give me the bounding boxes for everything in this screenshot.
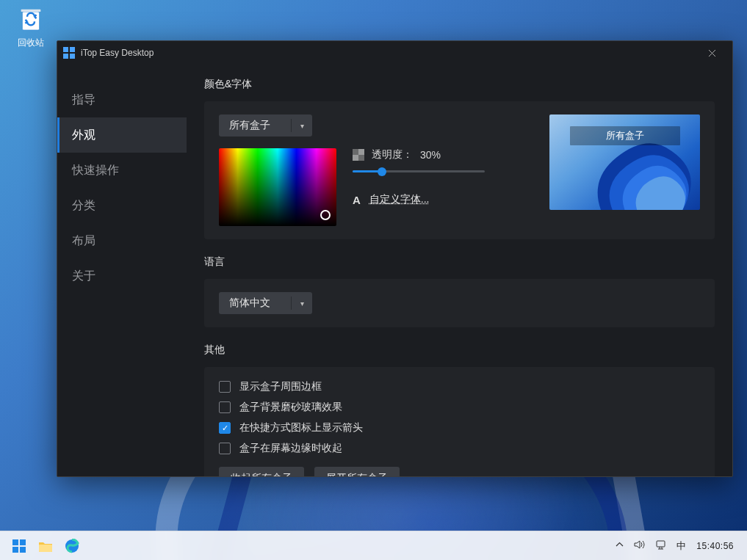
svg-rect-0 — [22, 12, 39, 30]
tray-network-icon[interactable] — [655, 539, 666, 552]
opacity-label: 透明度： — [372, 148, 413, 161]
start-button[interactable] — [6, 533, 32, 559]
sidebar: 指导 外观 快速操作 分类 布局 关于 — [57, 65, 187, 476]
sidebar-item-label: 布局 — [72, 233, 95, 249]
opacity-slider[interactable] — [353, 170, 485, 172]
recycle-bin-label: 回收站 — [18, 37, 44, 48]
taskbar: 中 15:40:56 — [0, 531, 747, 560]
panel-language: 简体中文 ▾ — [204, 279, 715, 327]
language-select[interactable]: 简体中文 ▾ — [219, 292, 312, 314]
window-title: iTop Easy Desktop — [81, 48, 697, 58]
chevron-down-icon: ▾ — [292, 114, 312, 137]
panel-color-font: 所有盒子 ▾ 透明度： 30% — [204, 101, 715, 239]
font-icon: A — [353, 194, 361, 206]
app-icon — [63, 47, 75, 59]
sidebar-item-label: 外观 — [72, 128, 95, 143]
tray-ime-indicator[interactable]: 中 — [676, 539, 686, 553]
sidebar-item-label: 快速操作 — [72, 163, 119, 178]
language-select-label: 简体中文 — [219, 297, 292, 310]
checkbox-icon — [219, 381, 231, 393]
checkbox-label: 显示盒子周围边框 — [239, 380, 322, 393]
section-title-color-font: 颜色&字体 — [204, 78, 715, 91]
sidebar-item-guide[interactable]: 指导 — [57, 82, 187, 117]
preview-box: 所有盒子 — [549, 114, 700, 210]
checkbox-shortcut-arrow[interactable]: 在快捷方式图标上显示箭头 — [219, 421, 700, 434]
checkbox-frosted-glass[interactable]: 盒子背景磨砂玻璃效果 — [219, 401, 700, 414]
sidebar-item-layout[interactable]: 布局 — [57, 223, 187, 258]
taskbar-explorer-icon[interactable] — [32, 533, 59, 559]
svg-rect-16 — [657, 541, 665, 547]
checkbox-edge-collapse[interactable]: 盒子在屏幕边缘时收起 — [219, 442, 700, 455]
svg-rect-13 — [20, 547, 26, 553]
preview-overlay-label: 所有盒子 — [570, 126, 680, 145]
checkbox-icon — [219, 401, 231, 413]
svg-rect-14 — [39, 545, 52, 552]
sidebar-item-label: 指导 — [72, 92, 95, 108]
collapse-all-button[interactable]: 收起所有盒子 — [219, 467, 304, 476]
svg-rect-1 — [21, 10, 41, 12]
main-content: 颜色&字体 所有盒子 ▾ 透明度： 30% — [187, 65, 732, 476]
taskbar-clock[interactable]: 15:40:56 — [696, 541, 734, 551]
sidebar-item-label: 关于 — [72, 269, 95, 284]
custom-font-link[interactable]: 自定义字体... — [369, 193, 430, 206]
checkbox-label: 盒子在屏幕边缘时收起 — [239, 442, 342, 455]
sidebar-item-quick-actions[interactable]: 快速操作 — [57, 153, 187, 188]
svg-rect-9 — [353, 155, 358, 161]
expand-all-button[interactable]: 展开所有盒子 — [314, 467, 400, 476]
sidebar-item-category[interactable]: 分类 — [57, 188, 187, 223]
svg-rect-8 — [358, 149, 364, 155]
tray-chevron-up-icon[interactable] — [616, 541, 624, 551]
taskbar-edge-icon[interactable] — [59, 533, 85, 559]
sidebar-item-about[interactable]: 关于 — [57, 258, 187, 294]
titlebar[interactable]: iTop Easy Desktop — [57, 41, 732, 65]
opacity-value: 30% — [420, 149, 441, 161]
checkbox-label: 在快捷方式图标上显示箭头 — [239, 421, 363, 434]
svg-rect-12 — [12, 547, 18, 553]
color-picker[interactable] — [219, 148, 336, 226]
panel-other: 显示盒子周围边框 盒子背景磨砂玻璃效果 在快捷方式图标上显示箭头 盒子在屏幕边缘… — [204, 367, 715, 476]
recycle-bin-icon[interactable]: 回收站 — [10, 4, 51, 49]
svg-rect-2 — [63, 47, 68, 52]
checkbox-show-border[interactable]: 显示盒子周围边框 — [219, 380, 700, 393]
svg-rect-10 — [12, 539, 18, 545]
checkbox-label: 盒子背景磨砂玻璃效果 — [239, 401, 342, 414]
close-button[interactable] — [697, 41, 726, 65]
svg-rect-3 — [70, 47, 75, 52]
tray-volume-icon[interactable] — [634, 539, 645, 552]
sidebar-item-label: 分类 — [72, 198, 95, 214]
opacity-icon — [353, 149, 364, 161]
slider-thumb[interactable] — [378, 167, 386, 176]
app-window: iTop Easy Desktop 指导 外观 快速操作 分类 布局 关于 颜色… — [57, 40, 733, 477]
checkbox-icon — [219, 422, 231, 434]
svg-rect-4 — [63, 54, 68, 59]
box-select[interactable]: 所有盒子 ▾ — [219, 114, 312, 137]
chevron-down-icon: ▾ — [292, 292, 312, 314]
svg-rect-11 — [20, 539, 26, 545]
checkbox-icon — [219, 443, 231, 454]
svg-rect-6 — [353, 149, 358, 155]
sidebar-item-appearance[interactable]: 外观 — [57, 117, 187, 153]
svg-rect-7 — [358, 155, 364, 161]
section-title-language: 语言 — [204, 255, 715, 269]
section-title-other: 其他 — [204, 343, 715, 357]
svg-rect-5 — [70, 54, 75, 59]
box-select-label: 所有盒子 — [219, 119, 292, 132]
